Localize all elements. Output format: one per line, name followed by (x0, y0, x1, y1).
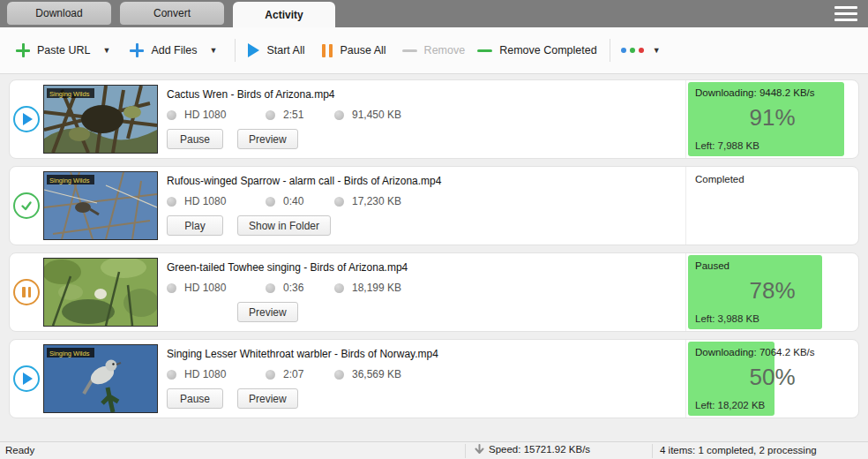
down-arrow-icon (475, 444, 484, 455)
video-quality: HD 1080 (184, 195, 226, 207)
statusbar-separator (465, 444, 466, 458)
bytes-left: Left: 3,988 KB (695, 313, 760, 324)
pause-button[interactable]: Pause (167, 388, 223, 409)
bullet-icon (266, 283, 275, 293)
remove-label: Remove (424, 44, 466, 56)
progress-panel: Downloading: 7064.2 KB/s 50% Left: 18,20… (685, 340, 858, 418)
download-row: Singing Wilds Singing Lesser Whitethroat… (9, 339, 859, 418)
bullet-icon (167, 110, 176, 120)
pause-button[interactable]: Pause (167, 129, 223, 149)
remove-completed-button[interactable]: Remove Completed (477, 44, 596, 56)
status-text: Downloading: 7064.2 KB/s (695, 347, 849, 357)
chevron-down-icon[interactable]: ▼ (209, 46, 217, 55)
bytes-left: Left: 7,988 KB (695, 140, 760, 151)
bullet-icon (334, 370, 344, 380)
tab-activity[interactable]: Activity (233, 2, 335, 27)
more-options-button[interactable]: ▼ (621, 46, 661, 55)
bullet-icon (334, 110, 344, 120)
speed-value: Speed: 15721.92 KB/s (489, 444, 590, 455)
pause-all-button[interactable]: Pause All (322, 44, 385, 57)
svg-text:Singing Wilds: Singing Wilds (49, 350, 90, 357)
preview-button[interactable]: Preview (237, 388, 298, 409)
video-quality: HD 1080 (184, 109, 226, 121)
app-window: Download Convert Activity Paste URL ▼ Ad… (0, 0, 868, 459)
paste-url-label: Paste URL (37, 44, 90, 56)
toolbar: Paste URL ▼ Add Files ▼ Start All Pause … (0, 27, 868, 74)
play-button[interactable]: Play (167, 215, 223, 236)
bytes-left: Left: 18,202 KB (695, 400, 765, 410)
preview-button[interactable]: Preview (237, 129, 298, 149)
download-list: Singing Wilds Cactus Wren - Birds of Ari… (0, 74, 868, 441)
green-dot-icon (630, 48, 635, 53)
progress-panel: Completed (685, 167, 858, 245)
chevron-down-icon[interactable]: ▼ (102, 46, 110, 55)
status-bar: Ready Speed: 15721.92 KB/s 4 items: 1 co… (0, 441, 868, 459)
hamburger-menu-icon[interactable] (834, 6, 857, 21)
progress-percent: 91% (686, 104, 858, 132)
svg-text:Singing Wilds: Singing Wilds (49, 177, 90, 184)
video-thumbnail: Singing Wilds (43, 85, 158, 154)
download-row: Singing Wilds Cactus Wren - Birds of Ari… (9, 79, 859, 159)
plus-icon (16, 43, 30, 57)
titlebar: Download Convert Activity (0, 0, 868, 27)
pause-all-label: Pause All (340, 44, 385, 56)
toolbar-separator (235, 39, 236, 62)
download-row: Singing Wilds Rufous-winged Sparrow - al… (9, 166, 859, 245)
pause-icon (322, 44, 333, 57)
paste-url-button[interactable]: Paste URL ▼ (16, 43, 110, 57)
video-size: 18,199 KB (352, 282, 401, 294)
play-icon (248, 43, 259, 57)
bullet-icon (266, 110, 275, 120)
status-text: Paused (695, 260, 849, 271)
progress-panel: Paused 78% Left: 3,988 KB (685, 253, 858, 331)
video-size: 17,230 KB (352, 195, 401, 207)
start-all-button[interactable]: Start All (248, 43, 304, 57)
video-title: Green-tailed Towhee singing - Birds of A… (167, 261, 677, 274)
tab-convert[interactable]: Convert (120, 2, 224, 25)
video-thumbnail: Singing Wilds (43, 171, 158, 240)
paused-status-icon[interactable] (13, 279, 40, 305)
download-row: Green-tailed Towhee singing - Birds of A… (9, 252, 859, 332)
bullet-icon (334, 283, 344, 293)
red-dot-icon (639, 48, 644, 53)
ready-status: Ready (5, 445, 34, 455)
video-size: 36,569 KB (352, 368, 401, 380)
remove-completed-icon (477, 49, 492, 52)
bullet-icon (334, 197, 344, 207)
bullet-icon (266, 370, 275, 380)
video-title: Singing Lesser Whitethroat warbler - Bir… (167, 348, 677, 360)
items-summary: 4 items: 1 completed, 2 processing (660, 445, 817, 455)
blue-dot-icon (621, 48, 626, 53)
add-files-label: Add Files (151, 44, 197, 56)
resume-status-icon[interactable] (13, 106, 40, 132)
toolbar-separator (610, 39, 610, 62)
bullet-icon (167, 283, 176, 293)
video-duration: 0:40 (283, 195, 303, 207)
video-duration: 2:07 (283, 368, 303, 380)
statusbar-separator (652, 444, 653, 458)
video-size: 91,450 KB (352, 109, 401, 121)
bullet-icon (167, 370, 176, 380)
status-text: Downloading: 9448.2 KB/s (695, 87, 849, 98)
completed-status-icon (13, 192, 40, 219)
progress-percent: 50% (686, 364, 858, 391)
resume-status-icon[interactable] (13, 365, 40, 392)
video-thumbnail (43, 258, 158, 327)
show-in-folder-button[interactable]: Show in Folder (237, 215, 331, 236)
status-text: Completed (695, 174, 849, 184)
plus-icon (130, 43, 144, 57)
bullet-icon (266, 197, 275, 207)
progress-percent: 78% (686, 277, 858, 305)
svg-text:Singing Wilds: Singing Wilds (49, 90, 90, 98)
preview-button[interactable]: Preview (237, 302, 298, 322)
add-files-button[interactable]: Add Files ▼ (130, 43, 217, 57)
remove-completed-label: Remove Completed (499, 44, 596, 56)
video-quality: HD 1080 (184, 368, 226, 380)
chevron-down-icon: ▼ (653, 46, 661, 55)
tab-download[interactable]: Download (7, 2, 111, 25)
remove-button[interactable]: Remove (402, 44, 466, 56)
video-duration: 2:51 (283, 109, 303, 121)
bullet-icon (167, 197, 176, 207)
video-title: Rufous-winged Sparrow - alarm call - Bir… (167, 175, 677, 187)
video-title: Cactus Wren - Birds of Arizona.mp4 (167, 88, 677, 101)
